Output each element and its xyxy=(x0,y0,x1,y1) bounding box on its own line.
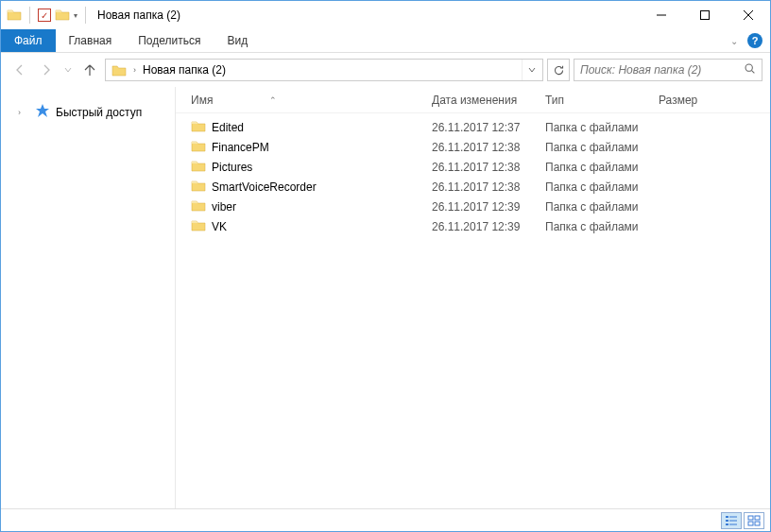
file-name: viber xyxy=(212,200,236,214)
svg-rect-6 xyxy=(726,516,728,518)
column-header-type[interactable]: Тип xyxy=(540,94,653,107)
refresh-button[interactable] xyxy=(547,59,570,81)
quick-access-icon xyxy=(35,103,50,121)
file-date: 26.11.2017 12:38 xyxy=(426,161,540,174)
sort-indicator-icon: ⌃ xyxy=(269,95,277,105)
qat-dropdown-icon[interactable]: ▾ xyxy=(74,11,77,20)
column-header-size[interactable]: Размер xyxy=(653,94,728,107)
close-button[interactable] xyxy=(727,1,770,29)
tab-share[interactable]: Поделиться xyxy=(125,29,214,52)
svg-line-5 xyxy=(752,71,755,74)
file-type: Папка с файлами xyxy=(540,141,653,154)
quick-access-toolbar: ✓ ▾ xyxy=(1,7,90,24)
file-name: Pictures xyxy=(212,161,252,174)
svg-rect-7 xyxy=(729,516,737,517)
file-type: Папка с файлами xyxy=(540,161,653,174)
forward-button[interactable] xyxy=(35,59,58,81)
search-icon[interactable] xyxy=(744,62,756,77)
help-icon[interactable]: ? xyxy=(747,33,762,48)
table-row[interactable]: Pictures26.11.2017 12:38Папка с файлами xyxy=(176,157,770,177)
table-row[interactable]: SmartVoiceRecorder26.11.2017 12:38Папка … xyxy=(176,177,770,197)
svg-rect-12 xyxy=(748,516,753,520)
file-name: Edited xyxy=(212,121,244,134)
column-headers: Имя ⌃ Дата изменения Тип Размер xyxy=(176,87,770,113)
folder-icon xyxy=(7,8,22,24)
table-row[interactable]: VK26.11.2017 12:39Папка с файлами xyxy=(176,216,770,236)
window-title: Новая папка (2) xyxy=(90,9,180,22)
file-date: 26.11.2017 12:39 xyxy=(426,200,540,214)
tab-file[interactable]: Файл xyxy=(1,29,56,52)
table-row[interactable]: viber26.11.2017 12:39Папка с файлами xyxy=(176,197,770,216)
file-date: 26.11.2017 12:38 xyxy=(426,180,540,194)
chevron-right-icon[interactable]: › xyxy=(130,65,139,75)
breadcrumb[interactable]: › Новая папка (2) xyxy=(105,59,543,81)
file-type: Папка с файлами xyxy=(540,121,653,134)
folder-icon xyxy=(191,159,206,175)
view-details-button[interactable] xyxy=(721,512,742,529)
sidebar-item-quick-access[interactable]: › Быстрый доступ xyxy=(1,100,175,124)
view-large-icons-button[interactable] xyxy=(744,512,764,529)
table-row[interactable]: FinancePM26.11.2017 12:38Папка с файлами xyxy=(176,137,770,157)
address-dropdown[interactable] xyxy=(522,60,540,80)
table-row[interactable]: Edited26.11.2017 12:37Папка с файлами xyxy=(176,117,770,137)
svg-rect-14 xyxy=(748,522,753,525)
divider xyxy=(29,7,30,24)
svg-rect-13 xyxy=(755,516,760,520)
content-area: › Быстрый доступ Имя ⌃ Дата изменения Ти… xyxy=(1,87,770,508)
navigation-pane: › Быстрый доступ xyxy=(1,87,176,508)
folder-icon[interactable] xyxy=(55,8,70,24)
sidebar-item-label: Быстрый доступ xyxy=(56,106,142,119)
file-type: Папка с файлами xyxy=(540,200,653,214)
svg-rect-10 xyxy=(726,523,728,525)
folder-icon xyxy=(191,198,206,215)
svg-point-4 xyxy=(745,64,752,71)
search-box[interactable] xyxy=(574,59,762,81)
file-type: Папка с файлами xyxy=(540,180,653,194)
breadcrumb-segment[interactable]: Новая папка (2) xyxy=(139,60,230,80)
folder-icon xyxy=(191,139,206,155)
search-input[interactable] xyxy=(580,63,744,77)
file-rows: Edited26.11.2017 12:37Папка с файламиFin… xyxy=(176,113,770,508)
file-name: FinancePM xyxy=(212,141,269,154)
properties-icon[interactable]: ✓ xyxy=(38,9,51,22)
column-header-date[interactable]: Дата изменения xyxy=(426,94,540,107)
maximize-button[interactable] xyxy=(683,1,727,29)
breadcrumb-root-icon[interactable] xyxy=(108,60,130,80)
folder-icon xyxy=(191,119,206,135)
svg-rect-9 xyxy=(729,520,737,521)
file-date: 26.11.2017 12:37 xyxy=(426,121,540,134)
back-button[interactable] xyxy=(9,59,31,81)
ribbon-tabs: Файл Главная Поделиться Вид ⌄ ? xyxy=(1,29,770,53)
folder-icon xyxy=(191,179,206,195)
file-date: 26.11.2017 12:38 xyxy=(426,141,540,154)
status-bar xyxy=(1,508,770,531)
svg-rect-15 xyxy=(755,522,760,525)
minimize-button[interactable] xyxy=(640,1,683,29)
divider xyxy=(85,7,86,24)
chevron-down-icon[interactable]: ⌄ xyxy=(730,36,738,46)
svg-rect-1 xyxy=(701,11,710,20)
column-header-name[interactable]: Имя ⌃ xyxy=(185,94,426,107)
svg-rect-11 xyxy=(729,523,737,524)
tab-home[interactable]: Главная xyxy=(56,29,126,52)
file-list-pane: Имя ⌃ Дата изменения Тип Размер Edited26… xyxy=(176,87,770,508)
file-type: Папка с файлами xyxy=(540,220,653,233)
address-bar: › Новая папка (2) xyxy=(1,53,770,87)
file-date: 26.11.2017 12:39 xyxy=(426,220,540,233)
file-name: VK xyxy=(212,220,227,233)
file-name: SmartVoiceRecorder xyxy=(212,180,317,194)
tab-view[interactable]: Вид xyxy=(214,29,261,52)
folder-icon xyxy=(191,218,206,234)
svg-rect-8 xyxy=(726,520,728,522)
titlebar: ✓ ▾ Новая папка (2) xyxy=(1,1,770,29)
recent-dropdown[interactable] xyxy=(61,59,75,81)
up-button[interactable] xyxy=(78,59,101,81)
